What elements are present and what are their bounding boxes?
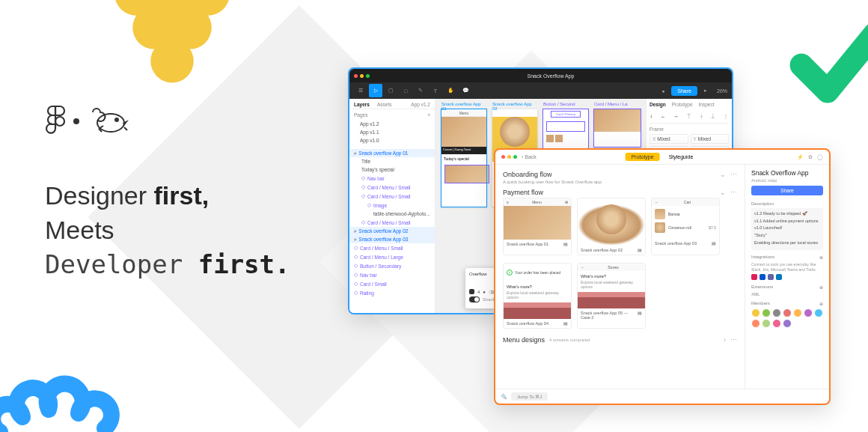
flow-card-3[interactable]: ← Cart Barista Cinnamon roll$7.0 Snack o… (651, 198, 720, 255)
chevron-right-icon[interactable]: › (724, 336, 726, 344)
member-avatar[interactable] (783, 308, 792, 317)
share-button[interactable]: Share (671, 86, 697, 96)
minimize-icon[interactable] (507, 155, 511, 159)
zoom-level[interactable]: 26% (717, 88, 727, 94)
tab-styleguide[interactable]: Styleguide (663, 153, 700, 161)
share-button[interactable]: Share (751, 186, 823, 195)
trello-icon[interactable] (776, 274, 782, 280)
align-right-icon[interactable]: ⫟ (673, 113, 679, 121)
member-avatar[interactable] (762, 319, 771, 328)
tab-layers[interactable]: Layers (354, 102, 370, 107)
note-icon[interactable]: ▤ (638, 248, 642, 252)
note-icon[interactable]: ▤ (712, 241, 716, 246)
back-button[interactable]: ‹ Back (522, 154, 537, 159)
add-icon[interactable]: ⊕ (819, 255, 823, 260)
flow-card-4[interactable]: ✓ Your order has been placed What's more… (503, 263, 572, 329)
maximize-icon[interactable] (513, 155, 517, 159)
search-icon[interactable]: 🔍 (501, 394, 507, 399)
more-icon[interactable]: ⋯ (730, 189, 737, 196)
flow-card-2[interactable]: Snack overflow App 02▤ (577, 198, 646, 255)
jira-icon[interactable] (760, 274, 765, 280)
checkbox-icon[interactable] (469, 289, 474, 294)
hand-tool-icon[interactable]: ✋ (444, 84, 457, 97)
tab-prototype[interactable]: Prototype (626, 153, 660, 161)
move-tool-icon[interactable]: ▷ (369, 84, 382, 97)
teams-icon[interactable] (768, 274, 774, 280)
note-icon[interactable]: ▤ (563, 321, 568, 326)
tab-design[interactable]: Design (650, 102, 666, 107)
canvas-frame-4[interactable]: Card / Menu / La (594, 109, 641, 147)
layer-component[interactable]: ◇ Button / Secondary (349, 261, 435, 270)
frame-tool-icon[interactable]: ▢ (384, 84, 397, 97)
minimize-icon[interactable] (360, 74, 364, 78)
page-dropdown[interactable]: App v1.2 (411, 102, 430, 107)
text-tool-icon[interactable]: T (429, 84, 442, 97)
flow-card-1[interactable]: ≡ Menu ⊞ Snack overflow App 01▤ (503, 198, 572, 255)
align-bottom-icon[interactable]: ⟘ (711, 113, 715, 121)
layer-frame[interactable]: #Snack overflow App 02 (349, 227, 435, 235)
note-icon[interactable]: ▤ (638, 311, 642, 320)
member-avatar[interactable] (762, 308, 771, 317)
tab-assets[interactable]: Assets (377, 102, 392, 107)
member-avatar[interactable] (814, 308, 823, 317)
member-avatar[interactable] (804, 308, 813, 317)
chevron-down-icon[interactable]: ⌄ (720, 189, 726, 196)
layer-component[interactable]: ◇ Card / Menu / Small (349, 192, 435, 201)
close-icon[interactable] (501, 155, 505, 159)
distribute-icon[interactable]: ⋮ (723, 113, 729, 121)
tab-inspect[interactable]: Inspect (699, 102, 715, 107)
layer-component[interactable]: ◇ Card / Menu / Small (349, 243, 435, 252)
align-center-v-icon[interactable]: ⟊ (700, 113, 703, 121)
align-center-h-icon[interactable]: ⫠ (660, 113, 666, 121)
y-field[interactable]: YMixed (691, 134, 730, 144)
comment-tool-icon[interactable]: 💬 (459, 84, 472, 97)
layer-component[interactable]: ◇ Image (349, 201, 435, 210)
layer-item[interactable]: Title (349, 157, 435, 165)
align-top-icon[interactable]: ⟙ (687, 113, 691, 121)
member-avatar[interactable] (751, 319, 760, 328)
tab-prototype[interactable]: Prototype (672, 102, 693, 107)
chevron-down-icon[interactable]: ⌄ (720, 171, 726, 178)
page-item[interactable]: App v1.0 (354, 136, 430, 144)
menu-icon[interactable]: ☰ (354, 84, 367, 97)
layer-frame[interactable]: #Snack overflow App 03 (349, 235, 435, 243)
toggle-icon[interactable] (469, 296, 480, 302)
canvas-frame-3[interactable]: Button / Second Card / Primary (543, 109, 588, 154)
page-item[interactable]: App v1.1 (354, 128, 430, 136)
flow-card-5[interactable]: ← Stores What's more? Explore local week… (577, 263, 646, 329)
slack-icon[interactable] (751, 274, 757, 280)
note-icon[interactable]: ▤ (563, 242, 568, 246)
layer-component[interactable]: ◇ Nav bar (349, 270, 435, 279)
canvas-frame-1[interactable]: Snack overflow App 01 Menu Cream | Zaang… (441, 109, 486, 207)
avatar-icon[interactable]: ◯ (817, 154, 823, 160)
settings-icon[interactable]: ✿ (808, 154, 813, 160)
layer-item[interactable]: Today's special (349, 165, 435, 174)
member-avatar[interactable] (751, 308, 760, 317)
layer-item[interactable]: table-sherwood-Ayphoto... (349, 210, 435, 218)
align-left-icon[interactable]: ⫞ (650, 113, 652, 121)
present-icon[interactable]: ▸ (699, 84, 712, 97)
layer-component[interactable]: ◇ Nav bar (349, 174, 435, 183)
member-avatar[interactable] (772, 319, 781, 328)
more-icon[interactable]: ⋯ (730, 336, 737, 344)
jump-to-button[interactable]: Jump To ⌘J (511, 392, 548, 401)
maximize-icon[interactable] (366, 74, 370, 78)
layer-component[interactable]: ◇ Rating (349, 288, 435, 297)
rectangle-tool-icon[interactable]: □ (399, 84, 412, 97)
add-page-icon[interactable]: + (427, 112, 430, 118)
layer-component[interactable]: ◇ Card / Menu / Small (349, 183, 435, 192)
layer-component[interactable]: ◇ Card / Small (349, 279, 435, 288)
more-icon[interactable]: ⋯ (730, 171, 737, 178)
bolt-icon[interactable]: ⚡ (797, 154, 804, 160)
pen-tool-icon[interactable]: ✎ (414, 84, 427, 97)
member-avatar[interactable] (783, 319, 792, 328)
member-avatar[interactable] (793, 308, 802, 317)
layer-component[interactable]: ◇ Card / Menu / Large (349, 252, 435, 261)
avatar-icon[interactable]: ● (656, 84, 670, 97)
page-item[interactable]: App v1.2 (354, 120, 430, 128)
window-controls[interactable] (501, 155, 517, 159)
add-icon[interactable]: ⊕ (819, 285, 823, 290)
member-avatar[interactable] (772, 308, 781, 317)
close-icon[interactable] (354, 74, 358, 78)
add-icon[interactable]: ⊕ (819, 301, 823, 306)
